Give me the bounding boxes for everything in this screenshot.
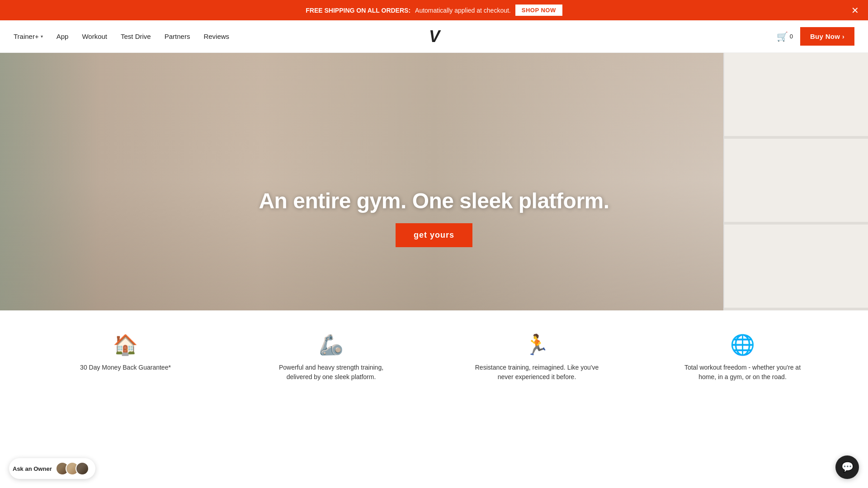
feature-item-3: 🏃 Resistance training, reimagined. Like …	[474, 333, 600, 382]
feature-text-1: 30 Day Money Back Guarantee*	[62, 363, 189, 372]
feature-item-4: 🌐 Total workout freedom - whether you're…	[679, 333, 806, 382]
banner-text-bold: FREE SHIPPING ON ALL ORDERS:	[306, 7, 410, 14]
strength-icon: 🦾	[268, 333, 395, 357]
nav-test-drive[interactable]: Test Drive	[121, 33, 151, 40]
nav-right: 🛒 0 Buy Now ›	[777, 27, 854, 46]
feature-text-2: Powerful and heavy strength training, de…	[268, 363, 395, 382]
nav-app[interactable]: App	[57, 33, 69, 40]
buy-now-button[interactable]: Buy Now ›	[800, 27, 854, 46]
feature-text-3: Resistance training, reimagined. Like yo…	[474, 363, 600, 382]
resistance-icon: 🏃	[474, 333, 600, 357]
feature-text-4: Total workout freedom - whether you're a…	[679, 363, 806, 382]
shop-now-button[interactable]: SHOP NOW	[515, 5, 562, 16]
feature-item-1: 🏠 30 Day Money Back Guarantee*	[62, 333, 189, 372]
banner-text-normal: Automatically applied at checkout.	[415, 7, 511, 14]
money-back-icon: 🏠	[62, 333, 189, 357]
hero-section: An entire gym. One sleek platform. get y…	[0, 53, 868, 310]
hero-shelf	[723, 53, 868, 310]
hero-title: An entire gym. One sleek platform.	[0, 188, 868, 213]
site-logo[interactable]: V	[429, 27, 439, 46]
get-yours-button[interactable]: get yours	[396, 223, 472, 247]
cart-icon: 🛒	[777, 31, 788, 42]
banner-close-button[interactable]: ✕	[851, 6, 859, 15]
shelf-row-1	[724, 53, 868, 139]
top-banner: FREE SHIPPING ON ALL ORDERS: Automatical…	[0, 0, 868, 20]
hero-plant-area	[0, 53, 99, 310]
hero-content: An entire gym. One sleek platform. get y…	[0, 188, 868, 247]
nav-trainer-plus[interactable]: Trainer+ ▾	[14, 33, 43, 40]
chevron-down-icon: ▾	[41, 34, 43, 39]
nav-reviews[interactable]: Reviews	[203, 33, 229, 40]
navbar: Trainer+ ▾ App Workout Test Drive Partne…	[0, 20, 868, 53]
feature-item-2: 🦾 Powerful and heavy strength training, …	[268, 333, 395, 382]
nav-workout[interactable]: Workout	[82, 33, 107, 40]
nav-left: Trainer+ ▾ App Workout Test Drive Partne…	[14, 33, 229, 40]
freedom-icon: 🌐	[679, 333, 806, 357]
cart-count: 0	[790, 33, 793, 40]
cart-button[interactable]: 🛒 0	[777, 31, 793, 42]
features-section: 🏠 30 Day Money Back Guarantee* 🦾 Powerfu…	[0, 310, 868, 400]
nav-partners[interactable]: Partners	[165, 33, 190, 40]
